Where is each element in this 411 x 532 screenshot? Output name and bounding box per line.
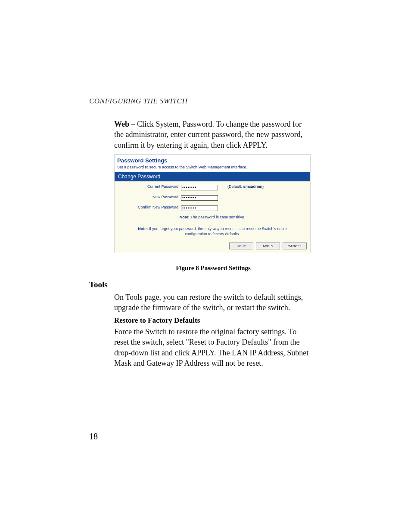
default-hint-suffix: ) (262, 184, 264, 189)
note2-text: If you forget your password, the only wa… (148, 227, 286, 236)
help-button[interactable]: HELP (229, 243, 253, 249)
figure-caption: Figure 8 Password Settings (114, 264, 312, 272)
note1-label: Note: (180, 215, 190, 219)
default-password-hint: (Default: smcadmin) (221, 184, 264, 189)
password-settings-screenshot: Password Settings Set a password to secu… (114, 154, 311, 253)
label-new-password: New Password (115, 195, 181, 199)
restore-defaults-subheading: Restore to Factory Defaults (114, 316, 200, 325)
change-password-header: Change Password (115, 172, 310, 181)
paragraph-tools-intro: On Tools page, you can restore the switc… (114, 292, 312, 313)
note2-label: Note: (138, 227, 148, 231)
row-confirm-password: Confirm New Password (115, 202, 310, 212)
para1-lead: Web (114, 120, 129, 128)
paragraph-restore-defaults: Force the Switch to restore the original… (114, 327, 312, 368)
running-header: CONFIGURING THE SWITCH (89, 97, 187, 106)
row-current-password: Current Password (Default: smcadmin) (115, 181, 310, 192)
note-forgot-password: Note: If you forget your password, the o… (115, 221, 310, 241)
note1-text: The password is case sensitive. (190, 215, 245, 219)
label-current-password: Current Password (115, 184, 181, 189)
row-new-password: New Password (115, 192, 310, 202)
cancel-button[interactable]: CANCEL (283, 243, 307, 249)
para1-body: – Click System, Password. To change the … (114, 120, 302, 149)
panel-subtitle: Set a password to secure access to the S… (115, 164, 310, 172)
tools-heading: Tools (89, 280, 108, 289)
note-case-sensitive: Note: The password is case sensitive. (115, 212, 310, 221)
page-number: 18 (89, 432, 98, 442)
input-current-password[interactable] (181, 185, 218, 190)
input-new-password[interactable] (181, 195, 218, 201)
apply-button[interactable]: APPLY (256, 243, 280, 249)
panel-title: Password Settings (117, 157, 167, 164)
paragraph-web-instructions: Web – Click System, Password. To change … (114, 119, 312, 150)
change-password-form: Current Password (Default: smcadmin) New… (115, 181, 310, 253)
label-confirm-password: Confirm New Password (115, 205, 181, 209)
button-row: HELP APPLY CANCEL (115, 241, 310, 253)
panel-title-row: Password Settings (115, 155, 310, 164)
input-confirm-password[interactable] (181, 205, 218, 211)
default-hint-value: smcadmin (243, 184, 263, 189)
default-hint-prefix: (Default: (227, 184, 243, 189)
